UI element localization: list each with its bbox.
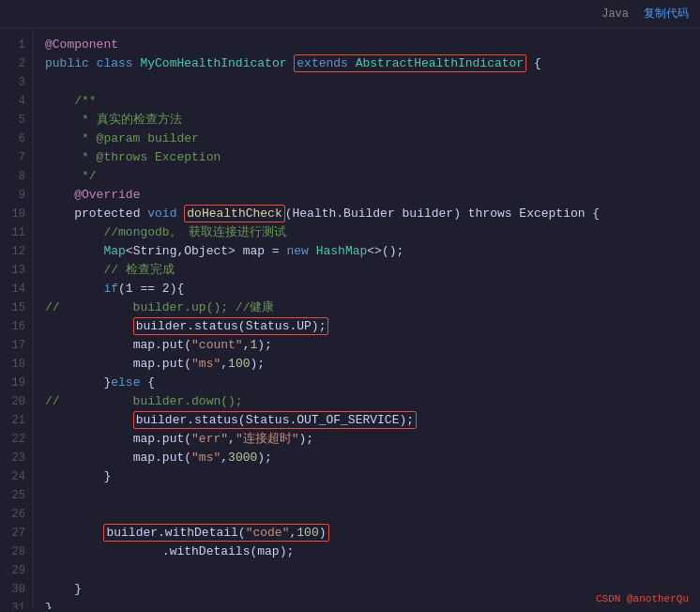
code-line-3 <box>45 73 700 92</box>
code-line-10: protected void doHealthCheck(Health.Buil… <box>45 205 700 223</box>
line-num-9: 9 <box>0 186 33 205</box>
code-line-22: map.put("err","连接超时"); <box>45 430 700 449</box>
line-num-10: 10 <box>0 205 33 223</box>
code-content: @Component public class MyComHealthIndic… <box>34 28 700 609</box>
code-line-19: }else { <box>45 374 700 392</box>
code-line-29 <box>45 561 700 580</box>
line-num-5: 5 <box>0 111 33 130</box>
code-line-9: @Override <box>45 186 700 205</box>
line-num-13: 13 <box>0 261 33 280</box>
code-line-11: //mongodb。 获取连接进行测试 <box>45 223 700 242</box>
code-line-17: map.put("count",1); <box>45 336 700 355</box>
language-label: Java <box>601 8 629 21</box>
code-line-2: public class MyComHealthIndicator extend… <box>45 54 700 73</box>
line-num-17: 17 <box>0 336 33 355</box>
code-line-16: builder.status(Status.UP); <box>45 317 700 336</box>
code-line-14: if(1 == 2){ <box>45 280 700 298</box>
copy-button[interactable]: 复制代码 <box>644 6 689 22</box>
line-num-12: 12 <box>0 242 33 261</box>
line-num-19: 19 <box>0 374 33 392</box>
line-num-1: 1 <box>0 36 33 54</box>
code-line-21: builder.status(Status.OUT_OF_SERVICE); <box>45 411 700 430</box>
line-num-31: 31 <box>0 599 33 609</box>
code-line-6: * @param builder <box>45 130 700 148</box>
line-num-27: 27 <box>0 524 33 543</box>
line-num-7: 7 <box>0 148 33 167</box>
line-num-23: 23 <box>0 449 33 467</box>
line-num-21: 21 <box>0 411 33 430</box>
code-header: Java 复制代码 <box>0 0 700 28</box>
line-num-14: 14 <box>0 280 33 298</box>
code-line-15: // builder.up(); //健康 <box>45 298 700 317</box>
code-container: 1 2 3 4 5 6 7 8 9 10 11 12 13 14 15 16 1… <box>0 28 700 609</box>
code-line-1: @Component <box>45 36 700 54</box>
code-line-23: map.put("ms",3000); <box>45 449 700 467</box>
line-num-2: 2 <box>0 54 33 73</box>
code-line-28: .withDetails(map); <box>45 543 700 561</box>
line-num-6: 6 <box>0 130 33 148</box>
watermark: CSDN @anotherQu <box>596 593 689 604</box>
line-numbers: 1 2 3 4 5 6 7 8 9 10 11 12 13 14 15 16 1… <box>0 28 34 609</box>
line-num-24: 24 <box>0 467 33 486</box>
code-line-8: */ <box>45 167 700 186</box>
line-num-20: 20 <box>0 392 33 411</box>
line-num-16: 16 <box>0 317 33 336</box>
line-num-26: 26 <box>0 505 33 524</box>
code-line-20: // builder.down(); <box>45 392 700 411</box>
code-line-18: map.put("ms",100); <box>45 355 700 374</box>
code-line-27: builder.withDetail("code",100) <box>45 524 700 543</box>
line-num-29: 29 <box>0 561 33 580</box>
line-num-25: 25 <box>0 486 33 505</box>
line-num-22: 22 <box>0 430 33 449</box>
code-line-4: /** <box>45 92 700 111</box>
code-line-12: Map<String,Object> map = new HashMap<>()… <box>45 242 700 261</box>
line-num-18: 18 <box>0 355 33 374</box>
line-num-28: 28 <box>0 543 33 561</box>
line-num-15: 15 <box>0 298 33 317</box>
line-num-30: 30 <box>0 580 33 599</box>
code-line-13: // 检查完成 <box>45 261 700 280</box>
line-num-4: 4 <box>0 92 33 111</box>
code-line-24: } <box>45 467 700 486</box>
line-num-3: 3 <box>0 73 33 92</box>
code-line-7: * @throws Exception <box>45 148 700 167</box>
code-line-5: * 真实的检查方法 <box>45 111 700 130</box>
line-num-8: 8 <box>0 167 33 186</box>
line-num-11: 11 <box>0 223 33 242</box>
code-line-26 <box>45 505 700 524</box>
code-line-25 <box>45 486 700 505</box>
